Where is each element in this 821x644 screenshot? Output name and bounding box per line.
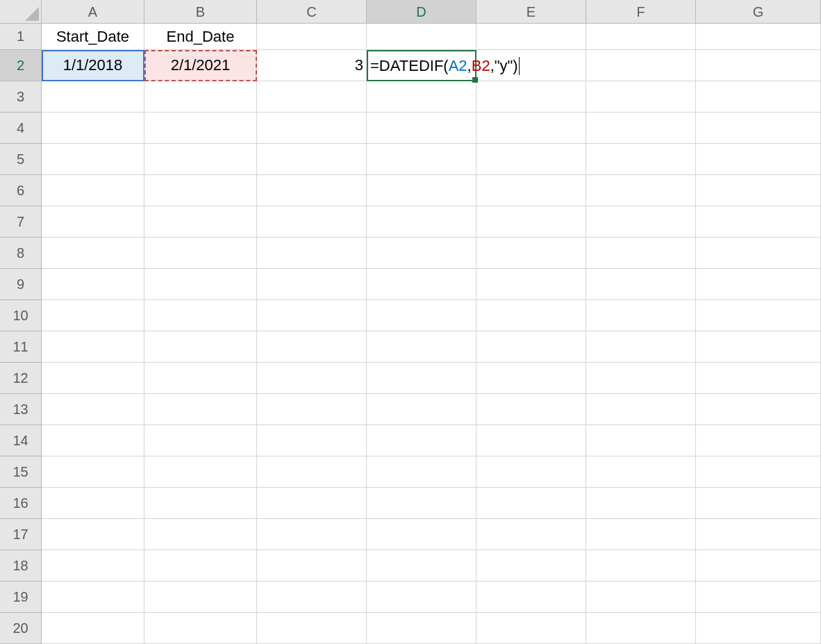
cell-D13[interactable]: [367, 394, 476, 425]
row-header-6[interactable]: 6: [0, 175, 42, 206]
cell-G8[interactable]: [696, 238, 821, 269]
cell-C15[interactable]: [257, 456, 367, 488]
cell-D19[interactable]: [367, 581, 476, 613]
cell-G15[interactable]: [696, 456, 821, 488]
cell-A13[interactable]: [42, 394, 144, 425]
cell-A2[interactable]: 1/1/2018: [42, 50, 144, 81]
cell-C12[interactable]: [257, 363, 367, 394]
cell-E20[interactable]: [476, 613, 586, 644]
cell-B19[interactable]: [144, 581, 257, 613]
cell-A1[interactable]: Start_Date: [42, 24, 144, 50]
cell-A19[interactable]: [42, 581, 144, 613]
column-header-G[interactable]: G: [696, 0, 821, 24]
row-header-14[interactable]: 14: [0, 425, 42, 456]
cell-B4[interactable]: [144, 113, 257, 144]
cell-G19[interactable]: [696, 581, 821, 613]
cell-C14[interactable]: [257, 425, 367, 456]
cell-C5[interactable]: [257, 144, 367, 175]
column-header-C[interactable]: C: [257, 0, 367, 24]
column-header-D[interactable]: D: [367, 0, 476, 24]
cell-B11[interactable]: [144, 331, 257, 363]
cell-G5[interactable]: [696, 144, 821, 175]
cell-D17[interactable]: [367, 519, 476, 550]
cell-F7[interactable]: [586, 206, 696, 238]
cell-F4[interactable]: [586, 113, 696, 144]
row-header-20[interactable]: 20: [0, 613, 42, 644]
cell-E13[interactable]: [476, 394, 586, 425]
cell-F10[interactable]: [586, 300, 696, 331]
cell-E1[interactable]: [476, 24, 586, 50]
cell-E3[interactable]: [476, 81, 586, 113]
cell-D5[interactable]: [367, 144, 476, 175]
row-header-12[interactable]: 12: [0, 363, 42, 394]
cell-F18[interactable]: [586, 550, 696, 581]
select-all-corner[interactable]: [0, 0, 42, 24]
row-header-9[interactable]: 9: [0, 269, 42, 300]
cell-F5[interactable]: [586, 144, 696, 175]
column-header-F[interactable]: F: [586, 0, 696, 24]
row-header-19[interactable]: 19: [0, 581, 42, 613]
cell-A4[interactable]: [42, 113, 144, 144]
cell-A5[interactable]: [42, 144, 144, 175]
cell-F15[interactable]: [586, 456, 696, 488]
column-header-E[interactable]: E: [476, 0, 586, 24]
cell-E7[interactable]: [476, 206, 586, 238]
cell-D11[interactable]: [367, 331, 476, 363]
cell-E12[interactable]: [476, 363, 586, 394]
cell-E16[interactable]: [476, 488, 586, 519]
cell-C7[interactable]: [257, 206, 367, 238]
cell-C11[interactable]: [257, 331, 367, 363]
formula-editor[interactable]: =DATEDIF(A2, B2, "y"): [369, 50, 520, 81]
cell-E15[interactable]: [476, 456, 586, 488]
cell-A17[interactable]: [42, 519, 144, 550]
cell-C1[interactable]: [257, 24, 367, 50]
cell-F1[interactable]: [586, 24, 696, 50]
cell-D7[interactable]: [367, 206, 476, 238]
cell-G1[interactable]: [696, 24, 821, 50]
cell-F13[interactable]: [586, 394, 696, 425]
cell-C10[interactable]: [257, 300, 367, 331]
cell-G17[interactable]: [696, 519, 821, 550]
cell-D10[interactable]: [367, 300, 476, 331]
cell-B16[interactable]: [144, 488, 257, 519]
cell-A10[interactable]: [42, 300, 144, 331]
cell-D16[interactable]: [367, 488, 476, 519]
cell-D15[interactable]: [367, 456, 476, 488]
cell-E18[interactable]: [476, 550, 586, 581]
cell-D12[interactable]: [367, 363, 476, 394]
row-header-3[interactable]: 3: [0, 81, 42, 113]
cell-G4[interactable]: [696, 113, 821, 144]
cell-B7[interactable]: [144, 206, 257, 238]
cell-F2[interactable]: [586, 50, 696, 81]
cell-D20[interactable]: [367, 613, 476, 644]
row-header-5[interactable]: 5: [0, 144, 42, 175]
cell-D8[interactable]: [367, 238, 476, 269]
cell-E8[interactable]: [476, 238, 586, 269]
cell-C6[interactable]: [257, 175, 367, 206]
cell-B10[interactable]: [144, 300, 257, 331]
cell-A3[interactable]: [42, 81, 144, 113]
row-header-16[interactable]: 16: [0, 488, 42, 519]
cell-B17[interactable]: [144, 519, 257, 550]
cell-E4[interactable]: [476, 113, 586, 144]
cell-E14[interactable]: [476, 425, 586, 456]
row-header-11[interactable]: 11: [0, 331, 42, 363]
row-header-7[interactable]: 7: [0, 206, 42, 238]
cell-A12[interactable]: [42, 363, 144, 394]
cell-B2[interactable]: 2/1/2021: [144, 50, 257, 81]
cell-G10[interactable]: [696, 300, 821, 331]
cell-F3[interactable]: [586, 81, 696, 113]
cell-C4[interactable]: [257, 113, 367, 144]
cell-B9[interactable]: [144, 269, 257, 300]
cell-F6[interactable]: [586, 175, 696, 206]
cell-E6[interactable]: [476, 175, 586, 206]
cell-G9[interactable]: [696, 269, 821, 300]
cell-D18[interactable]: [367, 550, 476, 581]
cell-G20[interactable]: [696, 613, 821, 644]
cell-F19[interactable]: [586, 581, 696, 613]
cell-C20[interactable]: [257, 613, 367, 644]
cell-C19[interactable]: [257, 581, 367, 613]
row-header-13[interactable]: 13: [0, 394, 42, 425]
cell-B12[interactable]: [144, 363, 257, 394]
cell-F16[interactable]: [586, 488, 696, 519]
